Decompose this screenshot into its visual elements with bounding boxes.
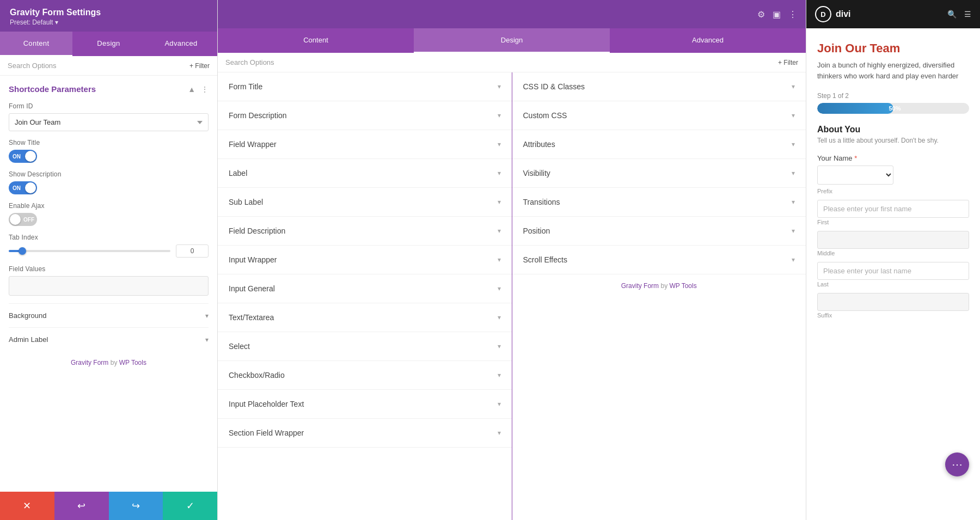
gravity-form-link[interactable]: Gravity Form	[71, 359, 108, 366]
background-collapse[interactable]: Background ▾	[9, 303, 209, 327]
accordion-label-header[interactable]: Label ▾	[229, 159, 501, 187]
mid-gravity-form-link[interactable]: Gravity Form	[621, 282, 659, 290]
accordion-checkbox-radio-header[interactable]: Checkbox/Radio ▾	[229, 361, 501, 389]
accordion-sub-label-header[interactable]: Sub Label ▾	[229, 188, 501, 216]
mid-wp-tools-link[interactable]: WP Tools	[669, 282, 696, 290]
section-controls: ▲ ⋮	[188, 85, 209, 94]
first-name-input[interactable]	[817, 200, 969, 218]
layout-icon[interactable]: ▣	[773, 9, 781, 20]
settings-icon[interactable]: ⚙	[757, 9, 765, 20]
accordion-transitions-chevron: ▾	[792, 198, 795, 206]
accordion-input-placeholder: Input Placeholder Text ▾	[218, 390, 512, 419]
accordion-checkbox-radio: Checkbox/Radio ▾	[218, 361, 512, 390]
left-footer: ✕ ↩ ↪ ✓	[0, 492, 217, 520]
accordion-text-textarea-header[interactable]: Text/Textarea ▾	[229, 303, 501, 332]
accordion-field-wrapper-label: Field Wrapper	[229, 140, 277, 149]
accordion-visibility-text: Visibility	[523, 169, 550, 178]
accordion-input-wrapper-header[interactable]: Input Wrapper ▾	[229, 246, 501, 274]
cancel-button[interactable]: ✕	[0, 492, 54, 520]
middle-search-label: Search Options	[225, 58, 274, 66]
menu-icon[interactable]: ☰	[964, 10, 971, 19]
accordion-sub-label-text: Sub Label	[229, 198, 263, 206]
divi-logo: D divi	[815, 6, 851, 22]
last-name-input[interactable]	[817, 262, 969, 280]
save-button[interactable]: ✓	[163, 492, 217, 520]
preset-selector[interactable]: Preset: Default ▾	[10, 19, 207, 26]
filter-button[interactable]: + Filter	[189, 62, 210, 70]
accordion-custom-css: Custom CSS ▾	[512, 101, 806, 130]
progress-bar: 50%	[817, 103, 969, 114]
accordion-section-field-wrapper-text: Section Field Wrapper	[229, 429, 304, 437]
accordion-form-title-header[interactable]: Form Title ▾	[229, 72, 501, 101]
middle-tab-advanced[interactable]: Advanced	[610, 28, 806, 53]
accordion-position: Position ▾	[512, 217, 806, 246]
accordion-field-wrapper-chevron: ▾	[498, 140, 501, 148]
accordion-scroll-effects-header[interactable]: Scroll Effects ▾	[523, 246, 795, 274]
middle-filter-button[interactable]: + Filter	[778, 59, 798, 66]
search-icon[interactable]: 🔍	[947, 10, 957, 19]
accordion-field-wrapper: Field Wrapper ▾	[218, 130, 512, 159]
first-sublabel: First	[817, 219, 969, 225]
more-icon[interactable]: ⋮	[788, 9, 797, 20]
accordion-select-chevron: ▾	[498, 342, 501, 350]
accordion-input-general-header[interactable]: Input General ▾	[229, 274, 501, 303]
accordion-field-wrapper-header[interactable]: Field Wrapper ▾	[229, 130, 501, 158]
fab-button[interactable]: ⋯	[945, 452, 969, 476]
admin-label-collapse[interactable]: Admin Label ▾	[9, 327, 209, 351]
preview-form-desc: Join a bunch of highly energized, divers…	[817, 60, 969, 81]
accordion-select-text: Select	[229, 342, 250, 351]
more-icon[interactable]: ⋮	[201, 85, 209, 94]
your-name-text: Your Name	[817, 154, 853, 162]
accordion-sub-label: Sub Label ▾	[218, 188, 512, 217]
middle-sublabel: Middle	[817, 250, 969, 256]
tab-advanced[interactable]: Advanced	[145, 32, 217, 56]
tab-index-input[interactable]: 0	[176, 244, 209, 258]
accordion-attributes-header[interactable]: Attributes ▾	[523, 130, 795, 158]
right-topbar: D divi 🔍 ☰	[806, 0, 980, 28]
middle-tab-content[interactable]: Content	[218, 28, 414, 53]
accordion-form-title-label: Form Title	[229, 82, 262, 91]
tab-content[interactable]: Content	[0, 32, 72, 56]
accordion-input-general-chevron: ▾	[498, 285, 501, 292]
form-id-label: Form ID	[9, 102, 209, 110]
accordion-scroll-effects-text: Scroll Effects	[523, 255, 567, 264]
accordion-input-placeholder-header[interactable]: Input Placeholder Text ▾	[229, 390, 501, 418]
suffix-input[interactable]	[817, 293, 969, 311]
tab-design[interactable]: Design	[72, 32, 145, 56]
show-title-group: Show Title ON	[9, 139, 209, 163]
accordion-transitions-header[interactable]: Transitions ▾	[523, 188, 795, 216]
enable-ajax-group: Enable Ajax OFF	[9, 202, 209, 226]
redo-button[interactable]: ↪	[109, 492, 163, 520]
accordion-position-header[interactable]: Position ▾	[523, 217, 795, 245]
accordion-section-field-wrapper-header[interactable]: Section Field Wrapper ▾	[229, 419, 501, 447]
accordion-form-desc-header[interactable]: Form Description ▾	[229, 101, 501, 130]
right-top-icons: 🔍 ☰	[947, 10, 971, 19]
collapse-icon[interactable]: ▲	[188, 85, 195, 94]
accordion-scroll-effects-chevron: ▾	[792, 256, 795, 264]
accordion-select-header[interactable]: Select ▾	[229, 332, 501, 360]
field-values-input[interactable]	[9, 276, 209, 296]
accordion-field-desc-header[interactable]: Field Description ▾	[229, 217, 501, 245]
accordion-custom-css-header[interactable]: Custom CSS ▾	[523, 101, 795, 130]
middle-name-input[interactable]	[817, 231, 969, 249]
wp-tools-link[interactable]: WP Tools	[119, 359, 146, 366]
divi-circle: D	[815, 6, 831, 22]
tab-index-slider[interactable]	[9, 250, 170, 252]
accordion-form-title-chevron: ▾	[498, 83, 501, 90]
accordion-visibility-header[interactable]: Visibility ▾	[523, 159, 795, 187]
middle-tab-design[interactable]: Design	[414, 28, 610, 53]
accordion-css-id-header[interactable]: CSS ID & Classes ▾	[523, 72, 795, 101]
gravity-by: by	[111, 359, 119, 366]
show-title-row: ON	[9, 150, 209, 163]
section-subtitle: Tell us a little about yourself. Don't b…	[817, 137, 969, 144]
progress-label: 50%	[889, 105, 901, 112]
form-id-select[interactable]: Join Our Team	[9, 113, 209, 131]
prefix-select[interactable]	[817, 166, 893, 185]
undo-button[interactable]: ↩	[54, 492, 109, 520]
enable-ajax-toggle[interactable]: OFF	[9, 213, 37, 226]
middle-tabs: Content Design Advanced	[218, 28, 806, 53]
accordion-scroll-effects: Scroll Effects ▾	[512, 246, 806, 274]
show-title-toggle[interactable]: ON	[9, 150, 37, 163]
show-desc-toggle[interactable]: ON	[9, 181, 37, 194]
middle-content: Form Title ▾ Form Description ▾ Field Wr…	[218, 72, 806, 520]
